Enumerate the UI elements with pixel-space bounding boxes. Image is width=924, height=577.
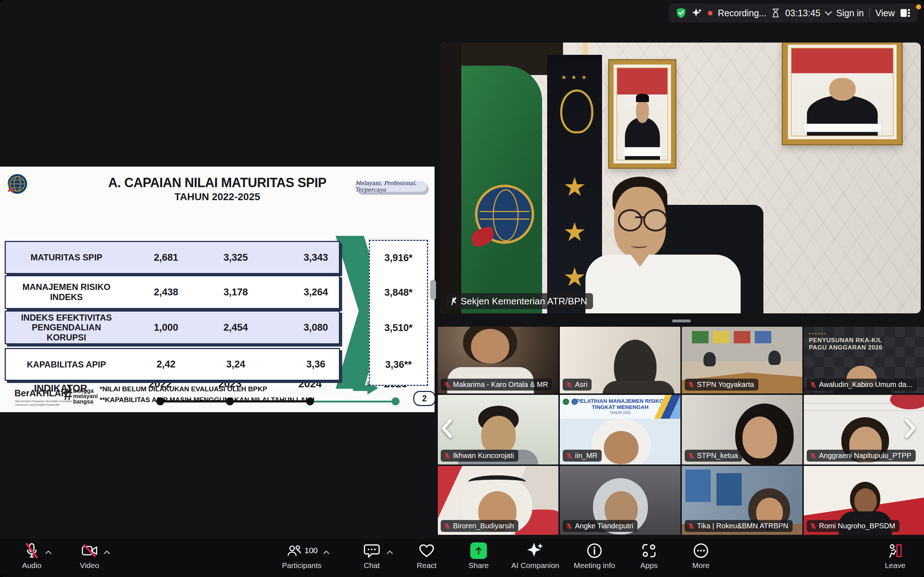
participant-tile[interactable]: STPN Yogyakarta — [682, 327, 802, 393]
share-button[interactable]: Share — [450, 542, 507, 575]
participant-tile[interactable]: •••••• PENYUSUNAN RKA-K/L PAGU ANGGARAN … — [804, 327, 924, 393]
muted-mic-icon — [809, 381, 817, 388]
menubar-divider — [869, 8, 870, 18]
shared-screen-slide: A. CAPAIAN NILAI MATURITAS SPIP TAHUN 20… — [0, 167, 435, 412]
page-number-badge: 2 — [413, 391, 436, 406]
slide-footnotes: *NILAI BELUM DILAKUKAN EVALUASI OLEH BPK… — [100, 384, 314, 405]
participants-count: 100 — [305, 546, 318, 555]
participant-name: iin_MR — [575, 451, 597, 460]
more-button[interactable]: More — [672, 542, 730, 575]
leave-icon — [887, 542, 903, 559]
ai-sparkle-icon[interactable] — [691, 8, 703, 18]
chat-icon — [363, 543, 380, 559]
muted-mic-icon — [444, 381, 451, 388]
glasses-bridge — [635, 216, 645, 218]
chat-button[interactable]: Chat — [343, 542, 401, 575]
participant-tile[interactable]: STPN_ketua — [682, 395, 802, 464]
participant-name: Makarima - Karo Ortala & MR — [453, 380, 548, 389]
row-label: INDEKS EFEKTIVITAS PENGENDALIAN KORUPSI — [12, 311, 121, 343]
cell-value: 2,681 — [141, 242, 191, 273]
participants-button[interactable]: 100 Participants — [273, 542, 331, 575]
meeting-timer: 03:13:45 — [785, 8, 820, 18]
muted-mic-icon — [565, 381, 573, 388]
muted-mic-icon — [809, 452, 817, 459]
notification-dot — [916, 4, 921, 10]
participant-name: Awaludin_Kabiro Umum da... — [819, 380, 913, 389]
participant-tile[interactable]: Ikhwan Kuncorojati — [438, 395, 558, 464]
view-layout-icon[interactable] — [900, 8, 910, 18]
cell-value: 2,438 — [141, 276, 191, 308]
table-row: INDEKS EFEKTIVITAS PENGENDALIAN KORUPSI … — [5, 311, 340, 344]
participant-tile[interactable]: Makarima - Karo Ortala & MR — [438, 327, 558, 393]
ministry-flag — [461, 66, 542, 313]
speaker-glasses — [643, 209, 668, 232]
row-label: MANAJEMEN RISIKO INDEKS — [12, 276, 121, 308]
muted-mic-icon — [444, 452, 451, 459]
cell-value: 3,080 — [291, 311, 341, 343]
gallery-next-button[interactable] — [903, 417, 918, 440]
audio-button[interactable]: Audio — [3, 542, 61, 575]
target-value: 3,36** — [370, 359, 427, 371]
panel-resize-handle[interactable] — [430, 280, 436, 300]
recording-dot — [708, 11, 712, 16]
muted-mic-icon — [688, 381, 695, 388]
cell-value: 3,178 — [210, 276, 261, 308]
tile-banner: PELATIHAN MANAJEMEN RISIKO TINGKAT MENEN… — [560, 395, 680, 419]
president-portrait — [609, 60, 675, 168]
participant-tile[interactable]: Asri — [560, 327, 680, 393]
table-row: KAPABILITAS APIP 2,42 3,24 3,36 — [5, 348, 340, 381]
participant-tile[interactable]: Angke Tiandeputri — [560, 466, 680, 535]
hourglass-icon — [772, 8, 780, 18]
view-button[interactable]: View — [875, 8, 895, 18]
video-button[interactable]: Video — [61, 542, 118, 575]
participant-name: Romi Nugroho_BPSDM — [819, 522, 895, 530]
gallery-prev-button[interactable] — [439, 417, 454, 440]
participant-tile[interactable]: Biroren_Budiyarsih — [438, 466, 558, 535]
cell-value: 2,454 — [210, 311, 261, 343]
gallery-resize-handle[interactable] — [672, 319, 691, 322]
video-options-caret[interactable] — [103, 550, 110, 554]
cell-value: 3,264 — [291, 276, 341, 308]
cell-value: 3,24 — [210, 349, 261, 380]
banner-dots: •••••• — [809, 331, 827, 337]
react-button[interactable]: React — [398, 542, 456, 575]
cell-value: 3,325 — [210, 242, 261, 273]
cell-value: 2,42 — [141, 349, 191, 380]
wall-panel — [440, 43, 461, 313]
participant-tile[interactable]: Tika | Rokeu&BMN ATRBPN — [682, 466, 802, 535]
ai-companion-button[interactable]: AI Companion — [505, 542, 566, 575]
flag-gold-emblem — [560, 89, 593, 134]
ministry-flag-leaves — [469, 226, 496, 248]
participant-tile[interactable]: Romi Nugroho_BPSDM — [804, 466, 924, 535]
meeting-toolbar: Audio Video 100 — [0, 539, 924, 577]
participant-name: Angke Tiandeputri — [575, 522, 633, 530]
leave-button[interactable]: Leave — [866, 542, 924, 575]
participants-caret[interactable] — [323, 550, 330, 554]
row-label: KAPABILITAS APIP — [12, 349, 121, 380]
meeting-info-button[interactable]: Meeting info — [564, 542, 625, 575]
sign-in-button[interactable]: Sign in — [836, 8, 864, 18]
main-speaker-video[interactable]: ★ ★ ★ ★ ★ ★ Sekjen Ke — [440, 43, 921, 313]
participant-tile[interactable]: PELATIHAN MANAJEMEN RISIKO TINGKAT MENEN… — [560, 395, 680, 464]
cell-value: 3,36 — [291, 349, 341, 380]
chat-caret[interactable] — [386, 550, 393, 554]
table-row: MANAJEMEN RISIKO INDEKS 2,438 3,178 3,26… — [5, 275, 340, 309]
table-row: MATURITAS SPIP 2,681 3,325 3,343 — [5, 241, 340, 274]
participant-name: Anggraeni Napitupulu_PTPP — [819, 451, 911, 460]
recording-label[interactable]: Recording... — [718, 8, 767, 18]
timer-chevron-down-icon[interactable] — [825, 8, 832, 16]
motto-pill: Melayani, Profesional, Terpercaya — [355, 181, 426, 192]
muted-mic-icon — [688, 522, 695, 530]
security-shield-icon[interactable] — [676, 8, 686, 18]
participant-name: Asri — [575, 380, 587, 389]
target-value: 3,916* — [370, 253, 427, 264]
muted-mic-icon — [809, 522, 817, 530]
banner-logos — [563, 398, 578, 405]
audio-options-caret[interactable] — [45, 550, 52, 554]
speaker-name-label: Sekjen Kementerian ATR/BPN — [446, 293, 593, 309]
muted-mic-icon — [565, 452, 573, 459]
target-value: 3,848* — [370, 287, 427, 298]
mic-muted-icon — [24, 542, 39, 559]
apps-button[interactable]: Apps — [620, 542, 678, 575]
more-icon — [693, 543, 709, 559]
